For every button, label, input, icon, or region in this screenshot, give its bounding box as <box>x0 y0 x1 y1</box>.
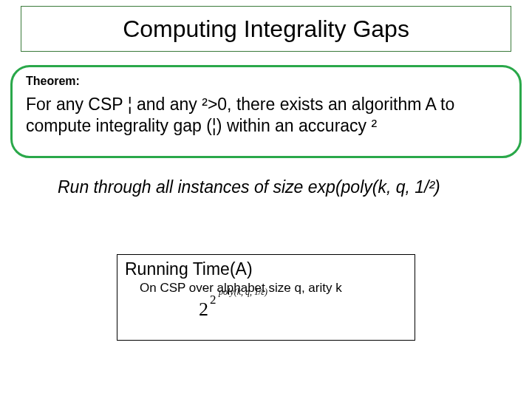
page-title: Computing Integrality Gaps <box>123 16 409 43</box>
running-time-heading: Running Time(A) <box>125 259 407 279</box>
formula-base: 2 <box>199 299 208 320</box>
running-time-formula: 2 2 poly(k, q, 1/ε) <box>199 299 407 330</box>
theorem-label: Theorem: <box>26 75 506 88</box>
formula-exp2: poly(k, q, 1/ε) <box>219 287 267 298</box>
running-time-box: Running Time(A) On CSP over alphabet siz… <box>117 254 415 341</box>
theorem-box: Theorem: For any CSP ¦ and any ²>0, ther… <box>10 65 522 158</box>
title-box: Computing Integrality Gaps <box>21 6 511 52</box>
run-through-line: Run through all instances of size exp(po… <box>58 177 440 197</box>
formula-exp1: 2 <box>210 293 216 307</box>
theorem-body: For any CSP ¦ and any ²>0, there exists … <box>26 94 506 137</box>
running-time-sub: On CSP over alphabet size q, arity k <box>140 281 407 296</box>
